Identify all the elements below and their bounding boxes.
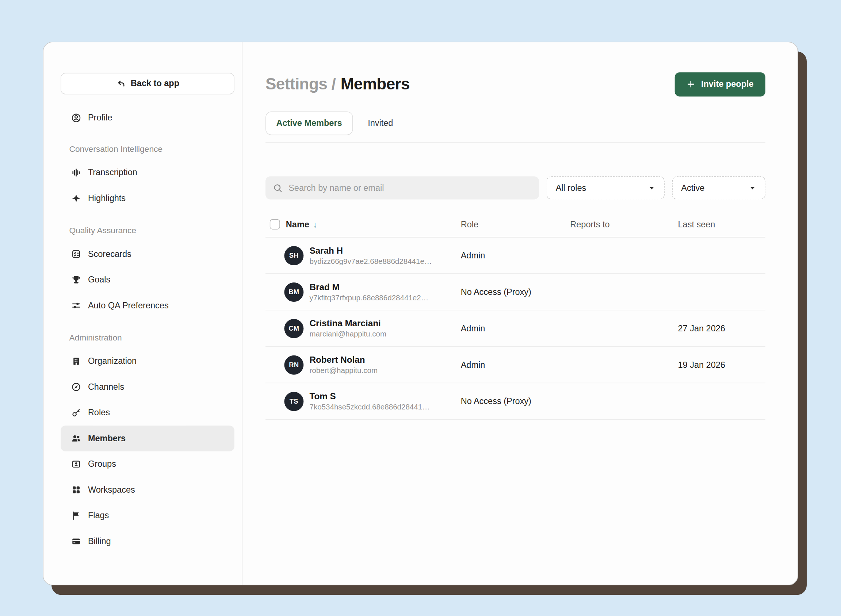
- sidebar-item-label: Auto QA Preferences: [88, 301, 169, 310]
- member-email: y7kfitq37rfxpup.68e886d28441e2…: [309, 293, 428, 303]
- sidebar-item-label: Transcription: [88, 168, 137, 177]
- tab-active-members[interactable]: Active Members: [266, 111, 353, 135]
- sidebar-item-label: Highlights: [88, 194, 126, 203]
- waveform-icon: [71, 168, 81, 177]
- invite-people-label: Invite people: [701, 79, 754, 89]
- sidebar-item-label: Members: [88, 434, 126, 443]
- sparkle-icon: [71, 194, 81, 203]
- contact-card-icon: [71, 459, 81, 469]
- plus-icon: [687, 80, 695, 89]
- member-row[interactable]: BM Brad M y7kfitq37rfxpup.68e886d28441e2…: [266, 274, 765, 311]
- member-name: Tom S: [309, 390, 429, 402]
- return-arrow-icon: [116, 79, 125, 88]
- column-header-name: Name: [286, 219, 309, 229]
- status-filter-dropdown[interactable]: Active: [672, 176, 765, 199]
- avatar: TS: [284, 392, 303, 411]
- avatar: BM: [284, 282, 303, 301]
- table-header-row: Name ↓ Role Reports to Last seen: [266, 212, 765, 238]
- member-last-seen: 19 Jan 2026: [678, 360, 765, 369]
- sidebar-item-transcription[interactable]: Transcription: [60, 160, 234, 186]
- avatar: CM: [284, 318, 303, 338]
- compass-icon: [71, 382, 81, 392]
- avatar: SH: [284, 246, 303, 265]
- sidebar-item-channels[interactable]: Channels: [60, 374, 234, 400]
- grid-icon: [71, 485, 81, 494]
- sidebar-section-administration: Administration: [60, 327, 234, 349]
- page: Back to app Profile Conversation Intelli…: [0, 0, 841, 616]
- sidebar-item-workspaces[interactable]: Workspaces: [60, 477, 234, 503]
- member-name: Cristina Marciani: [309, 317, 386, 329]
- member-email: 7ko534hse5zkcdd.68e886d28441…: [309, 402, 429, 412]
- sidebar-item-label: Flags: [88, 511, 109, 521]
- avatar: RN: [284, 355, 303, 374]
- sidebar-item-billing[interactable]: Billing: [60, 528, 234, 554]
- sidebar-item-highlights[interactable]: Highlights: [60, 185, 234, 211]
- page-title-text: Members: [341, 75, 410, 93]
- trophy-icon: [71, 275, 81, 284]
- members-content: Settings /Members Invite people Active M…: [243, 43, 798, 585]
- member-email: marciani@happitu.com: [309, 329, 386, 339]
- sidebar-item-label: Groups: [88, 459, 116, 469]
- back-to-app-button[interactable]: Back to app: [60, 73, 234, 94]
- member-row[interactable]: TS Tom S 7ko534hse5zkcdd.68e886d28441… N…: [266, 383, 765, 419]
- members-tabs: Active Members Invited: [266, 111, 765, 135]
- sidebar-item-label: Profile: [88, 113, 112, 123]
- member-row[interactable]: RN Robert Nolan robert@happitu.com Admin…: [266, 347, 765, 383]
- sidebar-item-label: Workspaces: [88, 485, 135, 494]
- user-circle-icon: [71, 113, 81, 123]
- sidebar-item-members[interactable]: Members: [60, 425, 234, 452]
- status-filter-value: Active: [681, 183, 704, 193]
- building-icon: [71, 356, 81, 366]
- roles-filter-dropdown[interactable]: All roles: [547, 176, 665, 199]
- member-name: Brad M: [309, 281, 428, 293]
- sidebar-section-quality-assurance: Quality Assurance: [60, 220, 234, 241]
- tab-invited[interactable]: Invited: [368, 119, 393, 128]
- sidebar-item-label: Billing: [88, 537, 111, 546]
- back-to-app-label: Back to app: [131, 79, 179, 88]
- column-header-reports-to: Reports to: [570, 219, 678, 229]
- sidebar-item-goals[interactable]: Goals: [60, 267, 234, 293]
- people-icon: [71, 434, 81, 443]
- member-role: Admin: [461, 251, 570, 260]
- column-header-last-seen: Last seen: [678, 219, 765, 229]
- sidebar-item-label: Channels: [88, 382, 124, 392]
- sidebar-item-organization[interactable]: Organization: [60, 349, 234, 374]
- members-table: Name ↓ Role Reports to Last seen SH Sara…: [266, 212, 765, 419]
- sidebar-item-profile[interactable]: Profile: [60, 106, 234, 130]
- sliders-icon: [71, 301, 81, 310]
- member-email: robert@happitu.com: [309, 366, 378, 376]
- select-all-checkbox[interactable]: [270, 219, 280, 230]
- sidebar-section-conversation-intelligence: Conversation Intelligence: [60, 138, 234, 160]
- member-last-seen: 27 Jan 2026: [678, 323, 765, 333]
- sidebar-item-label: Organization: [88, 356, 137, 366]
- sidebar-item-roles[interactable]: Roles: [60, 400, 234, 426]
- member-email: bydizz66g9v7ae2.68e886d28441e…: [309, 256, 432, 266]
- sidebar-item-auto-qa-preferences[interactable]: Auto QA Preferences: [60, 293, 234, 318]
- roles-filter-value: All roles: [556, 183, 587, 193]
- member-row[interactable]: SH Sarah H bydizz66g9v7ae2.68e886d28441e…: [266, 238, 765, 274]
- member-role: No Access (Proxy): [461, 396, 570, 406]
- page-title: Settings /Members: [266, 75, 410, 94]
- sidebar-item-label: Goals: [88, 275, 110, 284]
- sidebar-item-label: Scorecards: [88, 249, 131, 259]
- sidebar-item-flags[interactable]: Flags: [60, 503, 234, 529]
- settings-sidebar: Back to app Profile Conversation Intelli…: [43, 43, 243, 585]
- tabs-divider: [266, 142, 765, 142]
- chevron-down-icon: [648, 184, 656, 192]
- column-header-role: Role: [461, 219, 570, 229]
- sort-descending-icon[interactable]: ↓: [313, 220, 317, 229]
- settings-window: Back to app Profile Conversation Intelli…: [43, 42, 798, 585]
- member-name: Sarah H: [309, 245, 432, 256]
- sidebar-item-scorecards[interactable]: Scorecards: [60, 241, 234, 267]
- flag-icon: [71, 511, 81, 521]
- member-role: Admin: [461, 323, 570, 333]
- member-search: [266, 176, 539, 199]
- chevron-down-icon: [748, 184, 756, 192]
- invite-people-button[interactable]: Invite people: [675, 72, 765, 96]
- search-input[interactable]: [288, 183, 531, 193]
- sidebar-item-groups[interactable]: Groups: [60, 452, 234, 477]
- sidebar-item-label: Roles: [88, 408, 110, 418]
- scorecard-icon: [71, 249, 81, 259]
- key-icon: [71, 408, 81, 418]
- member-row[interactable]: CM Cristina Marciani marciani@happitu.co…: [266, 310, 765, 347]
